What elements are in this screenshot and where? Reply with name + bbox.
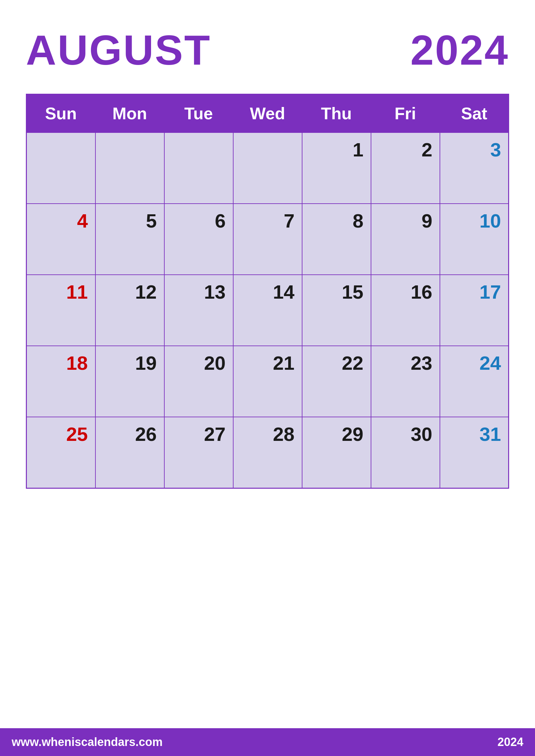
calendar-day: 24 [440, 346, 509, 417]
calendar-day: 27 [164, 417, 233, 488]
day-header-sun: Sun [27, 94, 96, 133]
calendar-day: 14 [233, 275, 302, 346]
calendar-day: 29 [302, 417, 371, 488]
calendar-week-1: 123 [27, 132, 509, 203]
calendar-day: 7 [233, 203, 302, 275]
footer-year: 2024 [497, 735, 523, 749]
calendar-header-row: SunMonTueWedThuFriSat [27, 94, 509, 133]
calendar-day: 5 [96, 203, 164, 275]
calendar-day: 31 [440, 417, 509, 488]
calendar-day: 13 [164, 275, 233, 346]
year-title: 2024 [410, 26, 509, 74]
calendar-day: 23 [371, 346, 440, 417]
calendar-day: 17 [440, 275, 509, 346]
calendar-day: 21 [233, 346, 302, 417]
day-header-fri: Fri [371, 94, 440, 133]
day-header-sat: Sat [440, 94, 509, 133]
calendar-day: 20 [164, 346, 233, 417]
calendar-day: 25 [27, 417, 96, 488]
calendar-day: 16 [371, 275, 440, 346]
calendar-day: 11 [27, 275, 96, 346]
calendar-day: 30 [371, 417, 440, 488]
calendar-wrapper: SunMonTueWedThuFriSat 123456789101112131… [26, 94, 509, 756]
month-title: AUGUST [26, 26, 211, 74]
calendar-table: SunMonTueWedThuFriSat 123456789101112131… [26, 94, 509, 489]
calendar-day: 3 [440, 132, 509, 203]
calendar-day: 4 [27, 203, 96, 275]
calendar-day: 12 [96, 275, 164, 346]
day-header-tue: Tue [164, 94, 233, 133]
calendar-header: AUGUST 2024 [26, 26, 509, 74]
calendar-footer: www.wheniscalendars.com 2024 [0, 728, 535, 756]
calendar-week-4: 18192021222324 [27, 346, 509, 417]
calendar-day: 19 [96, 346, 164, 417]
day-header-mon: Mon [96, 94, 164, 133]
calendar-day: 9 [371, 203, 440, 275]
calendar-day [27, 132, 96, 203]
calendar-week-2: 45678910 [27, 203, 509, 275]
calendar-day: 22 [302, 346, 371, 417]
calendar-day: 6 [164, 203, 233, 275]
calendar-day: 28 [233, 417, 302, 488]
calendar-day: 10 [440, 203, 509, 275]
calendar-day: 15 [302, 275, 371, 346]
calendar-day [96, 132, 164, 203]
calendar-day [233, 132, 302, 203]
day-header-thu: Thu [302, 94, 371, 133]
calendar-day [164, 132, 233, 203]
calendar-day: 2 [371, 132, 440, 203]
calendar-day: 8 [302, 203, 371, 275]
calendar-day: 18 [27, 346, 96, 417]
footer-url: www.wheniscalendars.com [12, 735, 163, 749]
calendar-week-5: 25262728293031 [27, 417, 509, 488]
day-header-wed: Wed [233, 94, 302, 133]
calendar-day: 26 [96, 417, 164, 488]
calendar-week-3: 11121314151617 [27, 275, 509, 346]
calendar-day: 1 [302, 132, 371, 203]
